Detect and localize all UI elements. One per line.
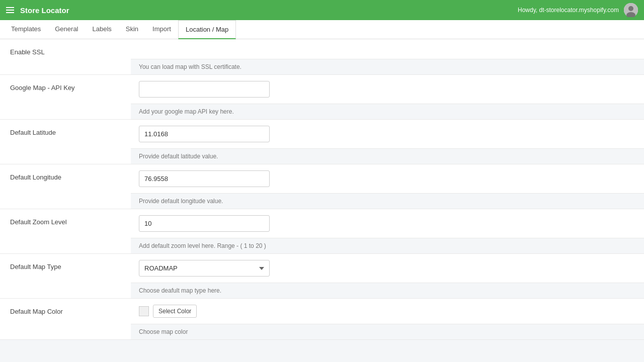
zoom-input[interactable]: [139, 215, 270, 232]
map-type-label: Default Map Type: [0, 254, 131, 280]
color-picker-row: Select Color: [139, 305, 636, 318]
api-key-hint: Add your google map API key here.: [131, 104, 644, 119]
zoom-row: Default Zoom Level Add default zoom leve…: [0, 209, 644, 254]
latitude-hint: Provide default latitude value.: [131, 148, 644, 164]
longitude-input[interactable]: [139, 170, 270, 187]
header: Store Locator Howdy, dt-storelocator.mys…: [0, 0, 644, 20]
tab-bar: Templates General Labels Skin Import Loc…: [0, 20, 644, 39]
map-type-row: Default Map Type ROADMAP SATELLITE HYBRI…: [0, 254, 644, 299]
tab-skin[interactable]: Skin: [119, 20, 145, 39]
longitude-label: Default Longitude: [0, 164, 131, 190]
tab-general[interactable]: General: [48, 20, 85, 39]
latitude-field-wrapper: Provide default latitude value.: [131, 120, 644, 164]
longitude-hint: Provide default longitude value.: [131, 193, 644, 209]
header-user-text: Howdy, dt-storelocator.myshopify.com: [518, 7, 619, 14]
tab-templates[interactable]: Templates: [4, 20, 48, 39]
form-content: Enable SSL You can load map with SSL cer…: [0, 39, 644, 340]
zoom-label: Default Zoom Level: [0, 209, 131, 235]
latitude-input[interactable]: [139, 126, 270, 142]
ssl-row: Enable SSL You can load map with SSL cer…: [0, 39, 644, 75]
avatar[interactable]: [624, 3, 638, 17]
app-title: Store Locator: [20, 6, 69, 15]
hamburger-icon[interactable]: [6, 7, 14, 13]
tab-import[interactable]: Import: [145, 20, 178, 39]
header-left: Store Locator: [6, 6, 69, 15]
map-color-hint: Choose map color: [131, 324, 644, 339]
longitude-row: Default Longitude Provide default longit…: [0, 164, 644, 209]
latitude-field: [131, 120, 644, 148]
tab-labels[interactable]: Labels: [86, 20, 119, 39]
ssl-field: [131, 39, 644, 59]
api-key-field-wrapper: Add your google map API key here.: [131, 75, 644, 119]
api-key-row: Google Map - API Key Add your google map…: [0, 75, 644, 120]
map-color-label: Default Map Color: [0, 299, 131, 324]
header-right: Howdy, dt-storelocator.myshopify.com: [518, 3, 638, 17]
ssl-label: Enable SSL: [0, 39, 131, 65]
latitude-row: Default Latitude Provide default latitud…: [0, 120, 644, 164]
tab-location-map[interactable]: Location / Map: [178, 20, 236, 39]
zoom-field-wrapper: Add default zoom level here. Range - ( 1…: [131, 209, 644, 253]
ssl-hint: You can load map with SSL certificate.: [131, 59, 644, 74]
map-color-field-wrapper: Select Color Choose map color: [131, 299, 644, 339]
svg-point-1: [628, 6, 633, 11]
longitude-field-wrapper: Provide default longitude value.: [131, 164, 644, 209]
api-key-label: Google Map - API Key: [0, 75, 131, 101]
ssl-field-wrapper: You can load map with SSL certificate.: [131, 39, 644, 74]
api-key-input[interactable]: [139, 81, 270, 98]
color-swatch[interactable]: [139, 306, 149, 316]
longitude-field: [131, 164, 644, 193]
select-color-button[interactable]: Select Color: [153, 305, 197, 318]
zoom-field: [131, 209, 644, 238]
latitude-label: Default Latitude: [0, 120, 131, 145]
map-type-hint: Choose deafult map type here.: [131, 283, 644, 298]
zoom-hint: Add default zoom level here. Range - ( 1…: [131, 238, 644, 253]
map-type-field: ROADMAP SATELLITE HYBRID TERRAIN: [131, 254, 644, 283]
map-color-row: Default Map Color Select Color Choose ma…: [0, 299, 644, 340]
map-type-select[interactable]: ROADMAP SATELLITE HYBRID TERRAIN: [139, 260, 270, 277]
map-color-field: Select Color: [131, 299, 644, 324]
api-key-field: [131, 75, 644, 104]
map-type-field-wrapper: ROADMAP SATELLITE HYBRID TERRAIN Choose …: [131, 254, 644, 298]
